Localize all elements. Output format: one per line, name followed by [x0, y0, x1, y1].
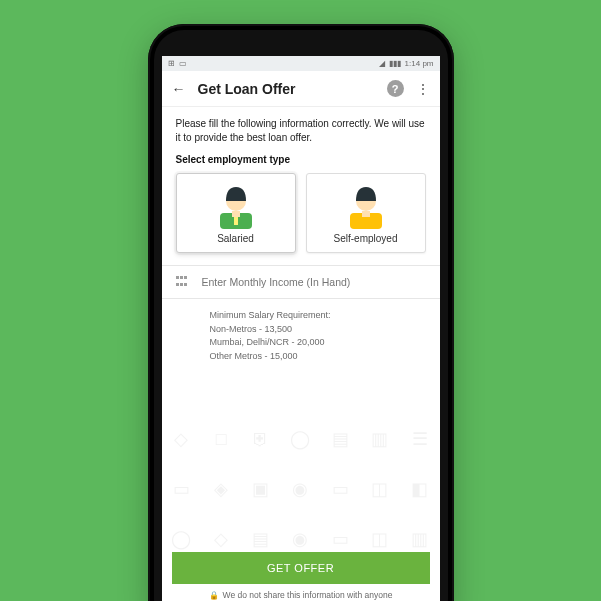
background-doodle: ◇□⛨◯▤▥☰ ▭◈▣◉▭◫◧ ◯◇▤◉▭◫▥: [162, 414, 440, 564]
req-line-2: Mumbai, Delhi/NCR - 20,000: [210, 336, 426, 350]
employment-option-salaried[interactable]: Salaried: [176, 173, 296, 253]
intro-text: Please fill the following information co…: [176, 117, 426, 144]
disclaimer-text: We do not share this information with an…: [223, 590, 393, 600]
disclaimer: 🔒 We do not share this information with …: [172, 590, 430, 600]
req-line-3: Other Metros - 15,000: [210, 350, 426, 364]
svg-rect-5: [362, 211, 370, 217]
svg-rect-3: [234, 217, 238, 225]
employment-type-label: Select employment type: [176, 154, 426, 165]
status-card-icon: ▭: [179, 60, 187, 68]
status-battery-icon: ▮▮▮: [389, 60, 401, 68]
cta-area: GET OFFER 🔒 We do not share this informa…: [172, 552, 430, 600]
status-signal-icon: ◢: [379, 60, 385, 68]
self-employed-label: Self-employed: [334, 233, 398, 244]
income-row: [162, 266, 440, 299]
monthly-income-input[interactable]: [202, 276, 426, 288]
status-time: 1:14 pm: [405, 59, 434, 68]
content-area: Please fill the following information co…: [162, 107, 440, 601]
req-line-1: Non-Metros - 13,500: [210, 323, 426, 337]
help-icon[interactable]: ?: [387, 80, 404, 97]
lock-icon: 🔒: [209, 591, 219, 600]
phone-inner: ⊞ ▭ ◢ ▮▮▮ 1:14 pm ← Get Loan Offer ? ⋮ P…: [154, 30, 448, 601]
overflow-menu-icon[interactable]: ⋮: [416, 87, 430, 91]
employment-option-self-employed[interactable]: Self-employed: [306, 173, 426, 253]
employment-options: Salaried Self-employed: [176, 173, 426, 253]
back-button[interactable]: ←: [172, 81, 186, 97]
salary-requirements: Minimum Salary Requirement: Non-Metros -…: [210, 309, 426, 363]
page-title: Get Loan Offer: [198, 81, 375, 97]
svg-rect-1: [232, 211, 240, 217]
self-employed-avatar-icon: [344, 181, 388, 229]
app-bar: ← Get Loan Offer ? ⋮: [162, 71, 440, 107]
status-wifi-icon: ⊞: [168, 60, 175, 68]
phone-frame: ⊞ ▭ ◢ ▮▮▮ 1:14 pm ← Get Loan Offer ? ⋮ P…: [148, 24, 454, 601]
salaried-label: Salaried: [217, 233, 254, 244]
salaried-avatar-icon: [214, 181, 258, 229]
app-screen: ⊞ ▭ ◢ ▮▮▮ 1:14 pm ← Get Loan Offer ? ⋮ P…: [162, 56, 440, 601]
req-heading: Minimum Salary Requirement:: [210, 309, 426, 323]
status-bar: ⊞ ▭ ◢ ▮▮▮ 1:14 pm: [162, 56, 440, 71]
income-icon: [176, 276, 190, 288]
get-offer-button[interactable]: GET OFFER: [172, 552, 430, 584]
